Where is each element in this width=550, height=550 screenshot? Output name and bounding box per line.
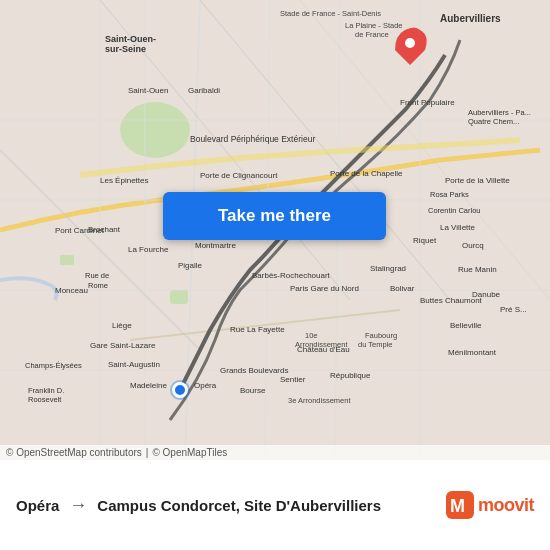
svg-text:Rome: Rome [88,281,108,290]
map-container: Saint-Ouen- sur-Seine Aubervilliers Stad… [0,0,550,460]
svg-text:Pigalle: Pigalle [178,261,203,270]
svg-text:La Fourche: La Fourche [128,245,169,254]
svg-text:Madeleine: Madeleine [130,381,167,390]
svg-text:La Plaine - Stade: La Plaine - Stade [345,21,403,30]
svg-text:Saint-Ouen: Saint-Ouen [128,86,168,95]
attribution-separator: | [146,447,149,458]
svg-text:Barbès-Rochechouart: Barbès-Rochechouart [252,271,331,280]
svg-text:Ménilmontant: Ménilmontant [448,348,497,357]
svg-text:Roosevelt: Roosevelt [28,395,62,404]
svg-rect-3 [60,255,74,265]
svg-text:10e: 10e [305,331,318,340]
svg-text:Danube: Danube [472,290,501,299]
moovit-text-rest: oovit [494,495,535,515]
svg-text:Front Populaire: Front Populaire [400,98,455,107]
svg-text:Faubourg: Faubourg [365,331,397,340]
svg-text:Arrondissement: Arrondissement [295,340,348,349]
svg-text:Stalingrad: Stalingrad [370,264,406,273]
origin-label: Opéra [16,497,59,514]
footer-bar: Opéra → Campus Condorcet, Site D'Aubervi… [0,460,550,550]
svg-text:Liège: Liège [112,321,132,330]
svg-text:Gare Saint-Lazare: Gare Saint-Lazare [90,341,156,350]
svg-text:Ourcq: Ourcq [462,241,484,250]
svg-text:Boulevard Périphérique Extérie: Boulevard Périphérique Extérieur [190,134,315,144]
svg-text:Saint-Augustin: Saint-Augustin [108,360,160,369]
moovit-icon-svg: M [446,491,474,519]
svg-text:Les Épinettes: Les Épinettes [100,176,148,185]
svg-point-78 [405,38,415,48]
svg-text:Rue Manin: Rue Manin [458,265,497,274]
svg-text:3e Arrondissement: 3e Arrondissement [288,396,351,405]
svg-text:du Temple: du Temple [358,340,392,349]
attribution-omt: © OpenMapTiles [152,447,227,458]
svg-text:Bolivar: Bolivar [390,284,415,293]
svg-text:Rue La Fayette: Rue La Fayette [230,325,285,334]
moovit-logo: M moovit [446,491,534,519]
arrow-icon: → [69,495,87,516]
svg-text:Garibaldi: Garibaldi [188,86,220,95]
svg-text:Porte de la Villette: Porte de la Villette [445,176,510,185]
svg-text:Porte de Clignancourt: Porte de Clignancourt [200,171,278,180]
attribution-osm: © OpenStreetMap contributors [6,447,142,458]
current-location-dot [172,382,188,398]
svg-text:Corentin Carlou: Corentin Carlou [428,206,481,215]
svg-text:Monceau: Monceau [55,286,88,295]
svg-text:Montmartre: Montmartre [195,241,236,250]
svg-text:sur-Seine: sur-Seine [105,44,146,54]
svg-text:Stade de France - Saint-Denis: Stade de France - Saint-Denis [280,9,381,18]
destination-label: Campus Condorcet, Site D'Aubervilliers [97,497,381,514]
svg-point-1 [120,102,190,158]
moovit-brand-text: moovit [478,495,534,516]
svg-text:M: M [450,496,465,516]
svg-text:Quatre Chem...: Quatre Chem... [468,117,519,126]
svg-text:Rosa Parks: Rosa Parks [430,190,469,199]
svg-rect-2 [170,290,188,304]
svg-text:Aubervilliers - Pa...: Aubervilliers - Pa... [468,108,531,117]
footer-content: Opéra → Campus Condorcet, Site D'Aubervi… [0,460,550,550]
svg-text:Rue de: Rue de [85,271,109,280]
take-me-there-button[interactable]: Take me there [163,192,386,240]
svg-text:La Villette: La Villette [440,223,476,232]
route-info: Opéra → Campus Condorcet, Site D'Aubervi… [16,495,446,516]
attribution-bar: © OpenStreetMap contributors | © OpenMap… [0,445,550,460]
svg-text:de France: de France [355,30,389,39]
svg-text:Aubervilliers: Aubervilliers [440,13,501,24]
svg-text:Paris Gare du Nord: Paris Gare du Nord [290,284,359,293]
svg-text:Porte de la Chapelle: Porte de la Chapelle [330,169,403,178]
svg-text:République: République [330,371,371,380]
moovit-text-m: m [478,495,494,515]
svg-text:Opéra: Opéra [194,381,217,390]
svg-text:Champs-Élysées: Champs-Élysées [25,361,82,370]
svg-text:Franklin D.: Franklin D. [28,386,64,395]
svg-text:Belleville: Belleville [450,321,482,330]
svg-text:Bourse: Bourse [240,386,266,395]
svg-text:Pré S...: Pré S... [500,305,527,314]
svg-text:Sentier: Sentier [280,375,306,384]
svg-text:Saint-Ouen-: Saint-Ouen- [105,34,156,44]
svg-text:Riquet: Riquet [413,236,437,245]
svg-text:Pont Cardinet: Pont Cardinet [55,226,105,235]
svg-text:Grands Boulevards: Grands Boulevards [220,366,288,375]
